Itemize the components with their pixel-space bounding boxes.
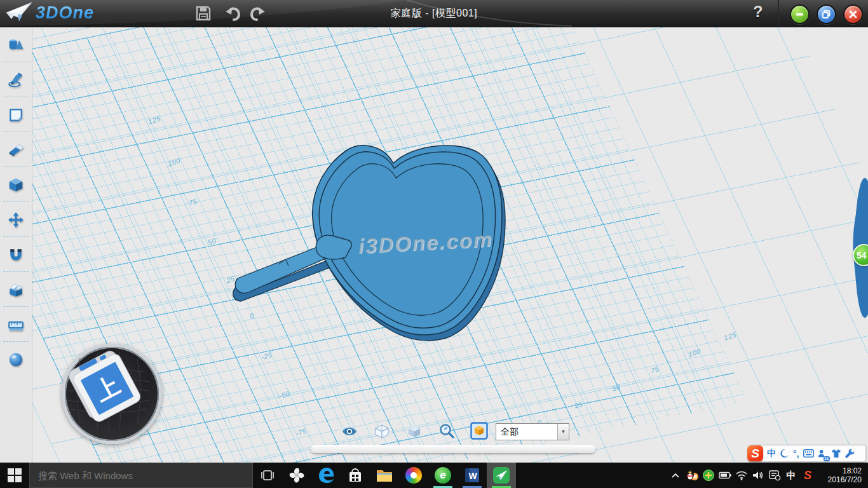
- horizontal-scrollbar[interactable]: [311, 445, 595, 453]
- sidebar-item-combine[interactable]: [0, 272, 32, 307]
- wireframe-mode-button[interactable]: [372, 422, 391, 441]
- sketch-edit-icon: [8, 107, 24, 123]
- sidebar-item-sketch-draw[interactable]: [0, 62, 32, 97]
- minimize-icon: [795, 10, 804, 19]
- green-browser-icon: e: [435, 467, 451, 484]
- system-tray: 中 S 18:02 2016/7/20: [667, 463, 868, 488]
- show-all-cube-icon: [470, 422, 488, 440]
- action-center-icon[interactable]: [766, 463, 783, 488]
- svg-text:W: W: [468, 471, 477, 481]
- edge-icon: [317, 466, 335, 484]
- sidebar-item-measure[interactable]: [0, 307, 32, 342]
- sidebar-item-move[interactable]: [0, 202, 32, 237]
- tray-expand-chevron[interactable]: [667, 463, 684, 488]
- task-view-button[interactable]: [253, 463, 282, 488]
- soft-keyboard-icon[interactable]: [803, 445, 814, 461]
- redo-icon: [249, 5, 267, 22]
- close-icon: [848, 10, 858, 19]
- save-button[interactable]: [193, 4, 214, 23]
- shaded-mode-button[interactable]: [405, 422, 424, 441]
- taskbar-search-box[interactable]: [29, 463, 253, 488]
- save-icon: [195, 5, 212, 22]
- visibility-eye-button[interactable]: [340, 422, 359, 441]
- punctuation-button[interactable]: °,: [793, 445, 799, 461]
- 360-colorwheel-icon: [405, 467, 422, 484]
- sidebar-item-sketch-edit[interactable]: [0, 97, 32, 132]
- restore-icon: [822, 10, 831, 19]
- windows-logo-icon: [8, 468, 22, 482]
- view-cube[interactable]: 上: [62, 344, 162, 444]
- taskbar-app-file-explorer[interactable]: [370, 463, 399, 488]
- 3d-viewport[interactable]: 1251007550250-25-50-750255075100125: [32, 27, 868, 463]
- sidebar-item-primitives[interactable]: [0, 27, 32, 62]
- undo-button[interactable]: [222, 4, 243, 23]
- taskbar-app-edge[interactable]: [311, 463, 341, 488]
- night-moon-icon[interactable]: [780, 445, 789, 461]
- windows-store-icon: [347, 467, 363, 484]
- search-input[interactable]: [30, 470, 252, 482]
- show-all-button[interactable]: [470, 421, 489, 440]
- windows-taskbar: e W: [0, 463, 868, 488]
- battery-icon[interactable]: [717, 463, 733, 488]
- chinese-mode-button[interactable]: 中: [767, 445, 776, 461]
- volume-icon[interactable]: [750, 463, 766, 488]
- view-cube-icon: 上: [65, 347, 153, 435]
- 360-green-plus-icon[interactable]: [700, 463, 717, 488]
- help-label: ?: [753, 3, 763, 20]
- taskbar-app-green-browser[interactable]: e: [428, 463, 458, 488]
- primitives-icon: [8, 37, 24, 53]
- sidebar-item-deform[interactable]: [0, 132, 32, 167]
- taskbar-app-store[interactable]: [341, 463, 370, 488]
- taskbar-app-3done[interactable]: [487, 463, 516, 488]
- qq-penguin-icon[interactable]: [684, 463, 700, 488]
- titlebar: 3DOne 家庭版 - [模型001] ?: [0, 0, 868, 27]
- skin-shirt-icon[interactable]: [831, 445, 841, 461]
- redo-button[interactable]: [248, 4, 268, 23]
- 3done-plane-icon: [492, 466, 510, 484]
- cube-icon: [8, 177, 24, 193]
- word-icon: W: [464, 467, 480, 484]
- display-filter-select[interactable]: 全部 ▼: [496, 423, 569, 440]
- zoom-button[interactable]: [437, 422, 456, 441]
- user-count-badge: 11: [824, 456, 829, 461]
- window-title: 家庭版 - [模型001]: [391, 7, 477, 20]
- ime-language-indicator[interactable]: 中: [783, 463, 799, 488]
- start-button[interactable]: [0, 463, 29, 488]
- ime-label: 中: [787, 470, 796, 482]
- ruler-icon: [8, 316, 24, 333]
- titlebar-swoosh: [0, 0, 868, 27]
- deform-eraser-icon: [8, 142, 24, 158]
- app-logo: 3DOne: [5, 1, 94, 24]
- taskbar-app-360-safety[interactable]: [399, 463, 428, 488]
- sidebar-item-material[interactable]: [0, 342, 32, 377]
- dropdown-arrow-icon[interactable]: ▼: [557, 424, 569, 440]
- file-explorer-icon: [376, 468, 393, 483]
- wifi-icon[interactable]: [733, 463, 750, 488]
- help-button[interactable]: ?: [749, 3, 768, 24]
- sogou-tray-icon[interactable]: S: [799, 463, 816, 488]
- settings-wrench-icon[interactable]: [845, 445, 855, 461]
- task-view-icon: [260, 469, 275, 482]
- brand-name: 3DOne: [36, 3, 94, 23]
- taskbar-clock[interactable]: 18:02 2016/7/20: [816, 466, 868, 484]
- sogou-logo[interactable]: S: [747, 445, 763, 461]
- shaded-cube-icon: [407, 424, 422, 439]
- display-filter-value: 全部: [496, 426, 557, 438]
- close-button[interactable]: [843, 4, 863, 24]
- sketch-pen-icon: [8, 72, 24, 88]
- beans-count: 54: [857, 250, 867, 261]
- taskbar-app-pinwheel-browser[interactable]: [282, 463, 311, 488]
- wireframe-cube-icon: [374, 424, 390, 439]
- restore-button[interactable]: [817, 4, 836, 24]
- eye-icon: [341, 425, 358, 438]
- taskbar-app-word[interactable]: W: [458, 463, 487, 488]
- sphere-icon: [8, 351, 24, 368]
- magnet-icon: [8, 247, 24, 263]
- move-arrows-icon: [8, 212, 24, 228]
- user-count-icon[interactable]: 11: [818, 445, 827, 461]
- sidebar-item-solid-feature[interactable]: [0, 167, 32, 202]
- screen: 3DOne 家庭版 - [模型001] ?: [0, 0, 868, 488]
- clock-time: 18:02: [816, 466, 862, 475]
- minimize-button[interactable]: [790, 4, 810, 24]
- sidebar-item-magnet[interactable]: [0, 237, 32, 272]
